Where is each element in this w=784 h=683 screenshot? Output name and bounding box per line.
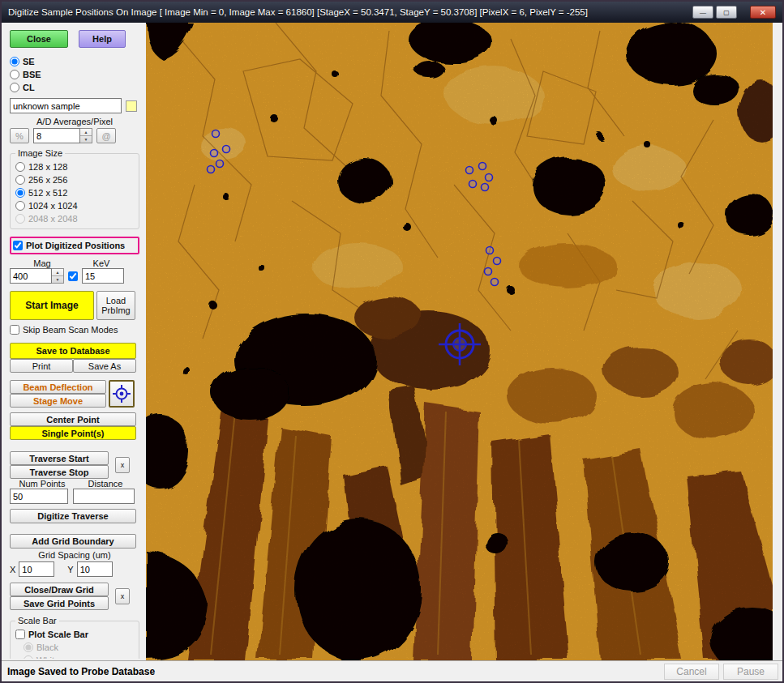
close-button[interactable]: Close — [10, 30, 68, 48]
grid-y-label: Y — [67, 565, 73, 574]
mag-spinner-down-icon[interactable]: ▼ — [52, 276, 63, 283]
num-points-input[interactable] — [10, 489, 68, 504]
plot-digitized-label: Plot Digitized Positions — [26, 241, 125, 250]
grid-x-label: X — [10, 565, 15, 574]
load-prbimg-button[interactable]: Load PrbImg — [96, 291, 135, 320]
grid-y-input[interactable] — [77, 561, 113, 577]
print-button[interactable]: Print — [10, 359, 73, 373]
spinner-down-icon[interactable]: ▼ — [80, 136, 92, 143]
size-2048-label: 2048 x 2048 — [28, 214, 78, 224]
help-button[interactable]: Help — [79, 30, 126, 48]
mag-spinner[interactable]: ▲ ▼ — [52, 268, 64, 284]
size-2048-input — [15, 214, 25, 224]
traverse-stop-button[interactable]: Traverse Stop — [10, 465, 109, 479]
stage-move-button[interactable]: Stage Move — [10, 394, 106, 408]
scale-bar-group: Scale Bar Plot Scale Bar Black White — [10, 621, 139, 659]
cl-radio-input[interactable] — [10, 83, 19, 92]
size-1024-radio[interactable]: 1024 x 1024 — [15, 199, 134, 212]
scale-black-label: Black — [36, 642, 58, 652]
window-close-button[interactable]: ✕ — [750, 6, 776, 19]
size-2048-radio: 2048 x 2048 — [15, 212, 134, 225]
title-bar[interactable]: Digitize Sample Positions On Image [ Ima… — [2, 2, 782, 23]
sample-color-swatch[interactable] — [126, 100, 137, 112]
skip-beam-input[interactable] — [10, 325, 19, 335]
plot-digitized-input[interactable] — [13, 241, 23, 250]
scale-white-label: White — [36, 655, 59, 659]
minimize-icon: — — [700, 9, 706, 16]
distance-input[interactable] — [73, 489, 135, 504]
size-128-label: 128 x 128 — [28, 162, 67, 172]
traverse-x-button[interactable]: x — [115, 457, 130, 473]
maximize-button[interactable]: ▢ — [716, 6, 737, 19]
add-grid-boundary-button[interactable]: Add Grid Boundary — [10, 534, 136, 549]
control-panel: Close Help SE BSE CL A/D Averages/Pixel … — [3, 23, 146, 659]
digitize-window: Digitize Sample Positions On Image [ Ima… — [0, 0, 784, 683]
radio-bse[interactable]: BSE — [10, 68, 139, 81]
cl-label: CL — [23, 83, 35, 92]
distance-label: Distance — [75, 479, 136, 489]
radio-cl[interactable]: CL — [10, 81, 139, 94]
sample-name-input[interactable] — [10, 98, 122, 113]
bse-radio-input[interactable] — [10, 70, 19, 79]
window-title: Digitize Sample Positions On Image [ Ima… — [8, 7, 690, 17]
plot-digitized-highlight: Plot Digitized Positions — [10, 237, 139, 254]
save-database-button[interactable]: Save to Database — [10, 343, 136, 359]
save-grid-points-button[interactable]: Save Grid Points — [10, 596, 109, 610]
size-1024-label: 1024 x 1024 — [28, 201, 78, 211]
beam-deflection-button[interactable]: Beam Deflection — [10, 380, 106, 394]
beam-target-button[interactable] — [109, 380, 135, 408]
traverse-start-button[interactable]: Traverse Start — [10, 451, 109, 465]
at-button[interactable]: @ — [96, 128, 116, 143]
plot-scale-bar-label: Plot Scale Bar — [28, 630, 88, 639]
center-point-button[interactable]: Center Point — [10, 412, 136, 426]
radio-se[interactable]: SE — [10, 55, 139, 68]
se-label: SE — [23, 57, 35, 66]
save-as-button[interactable]: Save As — [73, 359, 136, 373]
beam-target-icon — [113, 385, 131, 403]
mag-spinner-up-icon[interactable]: ▲ — [52, 269, 63, 276]
minimize-button[interactable]: — — [692, 6, 713, 19]
bse-label: BSE — [23, 70, 41, 79]
maximize-icon: ▢ — [723, 9, 730, 16]
digitize-traverse-button[interactable]: Digitize Traverse — [10, 509, 136, 523]
mag-input[interactable] — [10, 268, 52, 284]
ad-averages-input[interactable] — [33, 128, 80, 143]
scale-black-radio: Black — [24, 641, 134, 654]
size-256-label: 256 x 256 — [28, 175, 67, 185]
ad-averages-label: A/D Averages/Pixel — [10, 117, 139, 126]
scale-white-radio: White — [24, 654, 134, 659]
ad-spinner[interactable]: ▲ ▼ — [80, 128, 92, 143]
kev-input[interactable] — [82, 268, 124, 284]
cancel-button[interactable]: Cancel — [664, 664, 719, 680]
scale-white-input — [24, 655, 33, 659]
size-1024-input[interactable] — [15, 201, 25, 211]
sem-image[interactable] — [146, 23, 773, 660]
grid-x-input[interactable] — [19, 561, 54, 577]
single-points-button[interactable]: Single Point(s) — [10, 426, 136, 440]
size-256-input[interactable] — [15, 175, 25, 185]
skip-beam-label: Skip Beam Scan Modes — [23, 325, 118, 335]
kev-checkbox[interactable] — [68, 271, 78, 281]
load-label-line2: PrbImg — [101, 305, 130, 315]
num-points-label: Num Points — [10, 479, 75, 489]
size-512-input[interactable] — [15, 188, 25, 198]
skip-beam-checkbox[interactable]: Skip Beam Scan Modes — [10, 323, 139, 336]
start-image-button[interactable]: Start Image — [10, 291, 94, 320]
kev-label: KeV — [75, 258, 128, 268]
grid-x-small-button[interactable]: x — [115, 588, 130, 604]
size-128-radio[interactable]: 128 x 128 — [15, 160, 134, 173]
size-512-radio[interactable]: 512 x 512 — [15, 186, 134, 199]
spinner-up-icon[interactable]: ▲ — [80, 129, 92, 136]
status-bar: Image Saved to Probe Database Cancel Pau… — [2, 660, 782, 681]
mag-label: Mag — [10, 258, 75, 268]
plot-scale-bar-checkbox[interactable]: Plot Scale Bar — [15, 628, 134, 641]
scale-black-input — [24, 642, 33, 652]
size-256-radio[interactable]: 256 x 256 — [15, 173, 134, 186]
pause-button[interactable]: Pause — [723, 664, 778, 680]
percent-button[interactable]: % — [10, 128, 29, 143]
se-radio-input[interactable] — [10, 57, 19, 66]
plot-scale-bar-input[interactable] — [15, 630, 25, 639]
plot-digitized-checkbox[interactable]: Plot Digitized Positions — [13, 239, 136, 252]
size-128-input[interactable] — [15, 162, 25, 172]
close-draw-grid-button[interactable]: Close/Draw Grid — [10, 583, 109, 596]
